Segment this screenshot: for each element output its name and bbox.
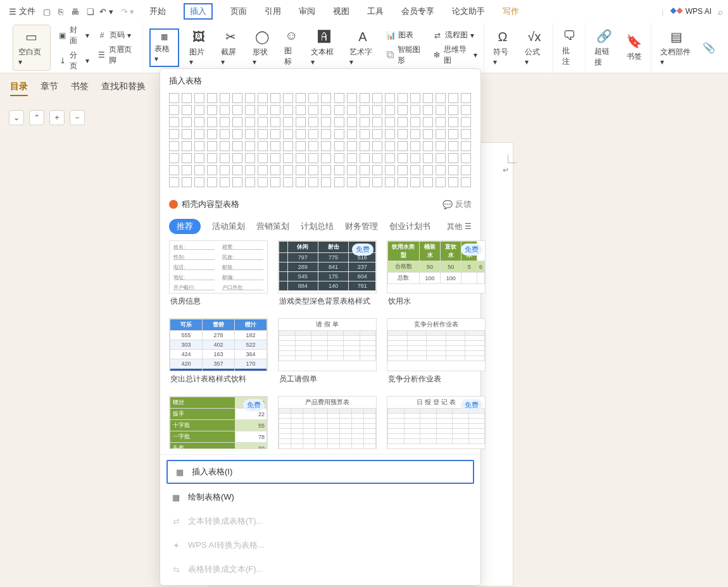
template-leave-form[interactable]: 请 假 单 [278, 318, 377, 371]
grid-cell[interactable] [398, 117, 408, 127]
grid-cell[interactable] [258, 165, 268, 175]
grid-cell[interactable] [296, 177, 306, 187]
grid-cell[interactable] [334, 93, 344, 103]
grid-cell[interactable] [423, 129, 433, 139]
grid-cell[interactable] [232, 177, 242, 187]
grid-cell[interactable] [232, 93, 242, 103]
grid-cell[interactable] [270, 117, 280, 127]
grid-cell[interactable] [436, 93, 446, 103]
grid-cell[interactable] [347, 153, 357, 163]
grid-cell[interactable] [296, 141, 306, 151]
icons-button[interactable]: ☺图标 [282, 26, 301, 70]
grid-cell[interactable] [360, 153, 370, 163]
grid-cell[interactable] [308, 141, 318, 151]
new-icon[interactable]: ▢ [43, 7, 51, 16]
grid-cell[interactable] [169, 153, 179, 163]
grid-cell[interactable] [308, 129, 318, 139]
grid-cell[interactable] [245, 105, 255, 115]
feedback-link[interactable]: 💬 反馈 [442, 199, 472, 210]
tab-insert[interactable]: 插入 [184, 3, 213, 20]
grid-cell[interactable] [347, 165, 357, 175]
grid-cell[interactable] [461, 165, 471, 175]
grid-cell[interactable] [398, 153, 408, 163]
grid-cell[interactable] [169, 117, 179, 127]
grid-cell[interactable] [360, 177, 370, 187]
hyperlink-button[interactable]: 🔗超链接 [592, 26, 616, 70]
grid-cell[interactable] [347, 177, 357, 187]
grid-cell[interactable] [220, 105, 230, 115]
smartart-button[interactable]: ⿻智能图形 [386, 44, 425, 66]
grid-cell[interactable] [194, 93, 204, 103]
template-budget[interactable]: 产品费用预算表 [278, 396, 377, 449]
grid-cell[interactable] [385, 129, 395, 139]
grid-cell[interactable] [220, 177, 230, 187]
grid-cell[interactable] [385, 141, 395, 151]
grid-cell[interactable] [220, 165, 230, 175]
nav-tab-find[interactable]: 查找和替换 [101, 81, 146, 96]
grid-cell[interactable] [245, 165, 255, 175]
category-business[interactable]: 创业计划书 [389, 221, 430, 232]
grid-cell[interactable] [410, 165, 420, 175]
grid-cell[interactable] [283, 129, 293, 139]
blank-page-button[interactable]: ▭ 空白页 ▾ [13, 25, 51, 71]
grid-cell[interactable] [423, 153, 433, 163]
grid-cell[interactable] [283, 165, 293, 175]
grid-cell[interactable] [321, 177, 331, 187]
chart-button[interactable]: 📊图表 [386, 30, 425, 40]
grid-cell[interactable] [448, 105, 458, 115]
grid-cell[interactable] [258, 177, 268, 187]
grid-cell[interactable] [347, 141, 357, 151]
grid-cell[interactable] [436, 129, 446, 139]
grid-cell[interactable] [334, 165, 344, 175]
nav-tab-toc[interactable]: 目录 [10, 81, 28, 96]
grid-cell[interactable] [283, 93, 293, 103]
doc-parts-button[interactable]: ▤文档部件 ▾ [658, 27, 695, 69]
grid-cell[interactable] [169, 93, 179, 103]
grid-cell[interactable] [308, 177, 318, 187]
grid-cell[interactable] [385, 117, 395, 127]
grid-cell[interactable] [360, 141, 370, 151]
grid-cell[interactable] [220, 129, 230, 139]
grid-cell[interactable] [207, 141, 217, 151]
grid-cell[interactable] [232, 117, 242, 127]
redo-icon[interactable]: ↷ ▾ [121, 7, 135, 16]
comment-button[interactable]: 🗨批注 [560, 26, 579, 70]
grid-cell[interactable] [461, 141, 471, 151]
grid-cell[interactable] [372, 165, 382, 175]
grid-cell[interactable] [360, 117, 370, 127]
grid-cell[interactable] [283, 117, 293, 127]
grid-cell[interactable] [410, 93, 420, 103]
grid-cell[interactable] [321, 117, 331, 127]
category-more[interactable]: 其他 ☰ [447, 221, 472, 232]
screenshot-button[interactable]: ✂截屏 ▾ [218, 27, 242, 69]
grid-cell[interactable] [321, 93, 331, 103]
grid-cell[interactable] [220, 117, 230, 127]
grid-cell[interactable] [334, 177, 344, 187]
grid-cell[interactable] [245, 117, 255, 127]
grid-cell[interactable] [232, 141, 242, 151]
grid-cell[interactable] [423, 141, 433, 151]
grid-cell[interactable] [182, 105, 192, 115]
add-button[interactable]: + [49, 110, 65, 125]
menu-insert-table[interactable]: ▦ 插入表格(I) [166, 460, 474, 484]
grid-cell[interactable] [245, 177, 255, 187]
grid-cell[interactable] [423, 105, 433, 115]
grid-cell[interactable] [296, 153, 306, 163]
grid-cell[interactable] [436, 177, 446, 187]
grid-cell[interactable] [410, 153, 420, 163]
grid-cell[interactable] [347, 129, 357, 139]
grid-cell[interactable] [385, 165, 395, 175]
tab-member[interactable]: 会员专享 [401, 6, 434, 17]
grid-cell[interactable] [360, 93, 370, 103]
grid-cell[interactable] [321, 153, 331, 163]
grid-cell[interactable] [372, 177, 382, 187]
template-tools[interactable]: 免费 螺丝42扳手22十字批55一字批78头盔90 [169, 396, 268, 449]
grid-cell[interactable] [169, 141, 179, 151]
grid-cell[interactable] [398, 177, 408, 187]
grid-cell[interactable] [410, 117, 420, 127]
template-game-dark[interactable]: 免费 休闲射击797775516289841237545175604884140… [278, 240, 377, 294]
print-icon[interactable]: 🖶 [71, 7, 79, 16]
grid-cell[interactable] [372, 129, 382, 139]
grid-cell[interactable] [461, 153, 471, 163]
grid-cell[interactable] [207, 165, 217, 175]
